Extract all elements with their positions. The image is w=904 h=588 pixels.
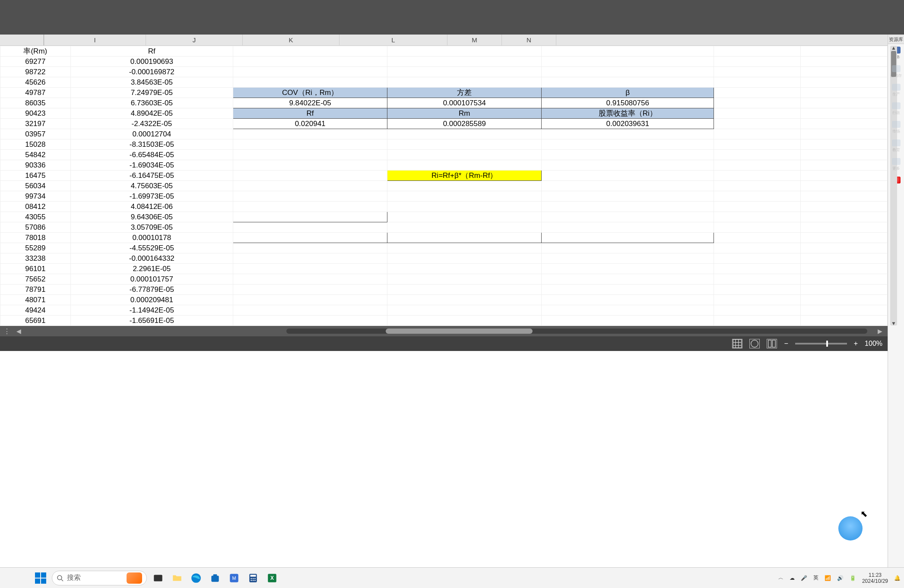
cell-boxed[interactable] [542, 233, 714, 243]
cell[interactable]: Rf [70, 46, 233, 57]
table-row[interactable]: 480710.000209481 [0, 295, 888, 305]
cell[interactable] [714, 171, 801, 181]
cell[interactable] [714, 77, 801, 88]
cell[interactable] [542, 77, 714, 88]
table-row[interactable]: 69277 0.000190693 [0, 57, 888, 67]
col-header-blank[interactable] [0, 35, 44, 45]
table-row[interactable]: 49424-1.14942E-05 [0, 305, 888, 316]
cell-formula[interactable]: Ri=Rf+β*（Rm-Rf） [387, 171, 542, 181]
cell[interactable] [387, 274, 542, 285]
cell[interactable]: 78791 [0, 285, 71, 295]
cell[interactable]: 03957 [0, 129, 71, 139]
cell[interactable]: 3.84563E-05 [70, 77, 233, 88]
cell[interactable] [714, 305, 801, 316]
view-reading-button[interactable] [749, 339, 760, 348]
table-row[interactable]: 78791-6.77879E-05 [0, 285, 888, 295]
cell[interactable] [387, 46, 542, 57]
cell[interactable] [714, 108, 801, 119]
cell[interactable] [387, 264, 542, 274]
cell[interactable] [233, 160, 387, 171]
cell[interactable] [542, 295, 714, 305]
table-row[interactable]: 99734-1.69973E-05 [0, 191, 888, 202]
table-row[interactable]: 49787 7.24979E-05 COV（Ri，Rm） 方差 β [0, 88, 888, 98]
cell[interactable] [387, 316, 542, 326]
cell[interactable]: 69277 [0, 57, 71, 67]
cell[interactable] [714, 285, 801, 295]
sheet-tab-menu-icon[interactable]: ⋮ [3, 327, 15, 335]
cell[interactable]: 99734 [0, 191, 71, 202]
cell[interactable] [233, 295, 387, 305]
cell[interactable] [233, 316, 387, 326]
cell[interactable]: 45626 [0, 77, 71, 88]
cell[interactable] [233, 305, 387, 316]
cell[interactable] [714, 191, 801, 202]
cell[interactable] [542, 222, 714, 233]
cell[interactable] [387, 160, 542, 171]
cell[interactable]: -6.77879E-05 [70, 285, 233, 295]
cell[interactable] [387, 67, 542, 77]
cell[interactable] [801, 253, 888, 264]
table-row[interactable]: 65691-1.65691E-05 [0, 316, 888, 326]
microphone-icon[interactable]: 🎤 [801, 575, 807, 581]
cell[interactable]: 9.64306E-05 [70, 212, 233, 222]
store-button[interactable] [207, 570, 223, 586]
table-row[interactable]: 084124.08412E-06 [0, 202, 888, 212]
table-row[interactable]: 961012.2961E-05 [0, 264, 888, 274]
cell[interactable] [387, 181, 542, 191]
cell[interactable] [801, 139, 888, 150]
cell-ri-value[interactable]: 0.002039631 [542, 119, 714, 129]
cell[interactable]: -2.4322E-05 [70, 119, 233, 129]
cell-cov-value[interactable]: 9.84022E-05 [233, 98, 387, 108]
zoom-out-button[interactable]: − [784, 340, 788, 348]
resource-item-production[interactable]: 生产 [892, 84, 901, 97]
cell[interactable] [714, 181, 801, 191]
cell[interactable] [387, 202, 542, 212]
cell[interactable]: 75652 [0, 274, 71, 285]
resource-item-inventory[interactable]: 进销存 [890, 65, 902, 79]
cell[interactable] [387, 305, 542, 316]
zoom-slider-thumb[interactable] [826, 341, 828, 347]
cell[interactable] [542, 316, 714, 326]
sheet-body[interactable]: 率(Rm) Rf 69277 0.000190693 98722 -0.0001… [0, 46, 888, 326]
cell[interactable] [387, 57, 542, 67]
cell-boxed[interactable] [387, 233, 542, 243]
cell[interactable]: -1.14942E-05 [70, 305, 233, 316]
cell[interactable] [801, 191, 888, 202]
cell[interactable] [714, 316, 801, 326]
cell[interactable]: -1.69973E-05 [70, 191, 233, 202]
cell-boxed[interactable] [233, 233, 387, 243]
cell[interactable] [801, 98, 888, 108]
cell[interactable] [801, 233, 888, 243]
table-row[interactable]: 43055 9.64306E-05 [0, 212, 888, 222]
scroll-down-icon[interactable]: ▼ [891, 320, 896, 326]
horizontal-scrollbar[interactable] [286, 329, 867, 334]
horizontal-scroll-thumb[interactable] [386, 329, 533, 334]
cell[interactable] [801, 285, 888, 295]
cell-rf-header[interactable]: Rf [233, 108, 387, 119]
table-row[interactable]: 率(Rm) Rf [0, 46, 888, 57]
cell[interactable] [233, 285, 387, 295]
cell[interactable] [714, 202, 801, 212]
cell[interactable]: 49787 [0, 88, 71, 98]
cell[interactable] [542, 129, 714, 139]
cell[interactable]: 33238 [0, 253, 71, 264]
cell[interactable] [714, 212, 801, 222]
cell[interactable]: 4.89042E-05 [70, 108, 233, 119]
tray-chevron-up-icon[interactable]: ︿ [778, 574, 783, 582]
cell[interactable]: 0.000190693 [70, 57, 233, 67]
cell[interactable] [714, 264, 801, 274]
col-header-M[interactable]: M [447, 35, 502, 45]
table-row[interactable]: 32197 -2.4322E-05 0.020941 0.000285589 0… [0, 119, 888, 129]
cell[interactable]: 0.000209481 [70, 295, 233, 305]
cell[interactable] [801, 305, 888, 316]
cell[interactable]: 86035 [0, 98, 71, 108]
table-row[interactable]: 54842-6.65484E-05 [0, 150, 888, 160]
cell[interactable] [714, 160, 801, 171]
cell[interactable]: 0.000101757 [70, 274, 233, 285]
cell[interactable]: -8.31503E-05 [70, 139, 233, 150]
table-row[interactable]: 90336-1.69034E-05 [0, 160, 888, 171]
cell[interactable] [542, 212, 714, 222]
cell-beta-header[interactable]: β [542, 88, 714, 98]
cell[interactable] [233, 57, 387, 67]
cell[interactable] [542, 191, 714, 202]
